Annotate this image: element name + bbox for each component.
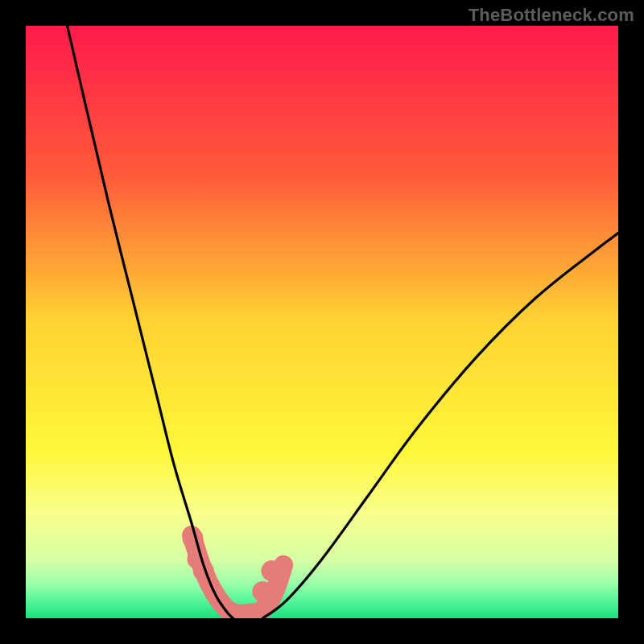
plot-area <box>26 26 618 618</box>
valley-marker <box>261 560 282 581</box>
chart-svg <box>26 26 618 618</box>
gradient-bg <box>26 26 618 618</box>
chart-frame: TheBottleneck.com <box>0 0 644 644</box>
watermark-text: TheBottleneck.com <box>469 5 634 26</box>
valley-marker <box>252 581 273 602</box>
